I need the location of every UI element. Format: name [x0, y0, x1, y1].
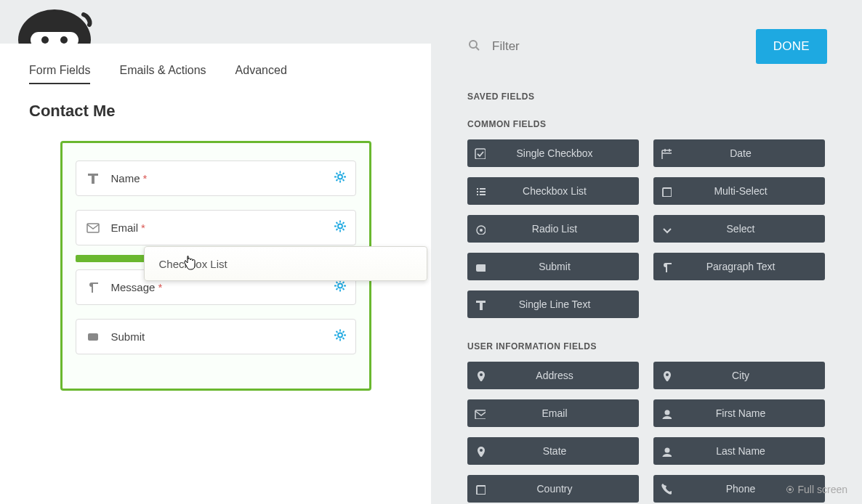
userinfo-fields-grid: AddressCityEmailFirst NameStateLast Name…: [467, 362, 827, 503]
field-palette-panel: DONE SAVED FIELDS COMMON FIELDS Single C…: [431, 0, 862, 504]
gear-icon[interactable]: [334, 279, 347, 296]
field-chip-single-checkbox[interactable]: Single Checkbox: [467, 139, 639, 167]
field-chip-radio-list[interactable]: Radio List: [467, 215, 639, 243]
field-chip-single-line-text[interactable]: Single Line Text: [467, 290, 639, 318]
user-icon: [653, 446, 678, 457]
target-icon: [786, 486, 794, 493]
tab-form-fields[interactable]: Form Fields: [29, 64, 90, 84]
search-icon: [467, 38, 483, 54]
filter-input[interactable]: [492, 39, 756, 54]
chip-label: Radio List: [492, 223, 639, 235]
done-button[interactable]: DONE: [756, 29, 827, 64]
field-label: Submit: [111, 330, 145, 343]
section-common-fields: COMMON FIELDS: [467, 119, 827, 129]
field-name[interactable]: Name*: [76, 160, 356, 196]
chip-label: State: [492, 445, 639, 457]
field-chip-state[interactable]: State: [467, 437, 639, 465]
field-chip-address[interactable]: Address: [467, 362, 639, 389]
gear-icon[interactable]: [334, 170, 347, 187]
field-chip-email[interactable]: Email: [467, 399, 639, 427]
fullscreen-toggle[interactable]: Full screen: [786, 484, 847, 495]
chip-label: Multi-Select: [678, 185, 825, 197]
field-chip-last-name[interactable]: Last Name: [653, 437, 825, 465]
pin-icon: [467, 370, 492, 381]
pin-icon: [653, 370, 678, 381]
pin-icon: [467, 446, 492, 457]
check-icon: [467, 148, 492, 159]
field-label: Message*: [111, 281, 163, 293]
user-icon: [653, 408, 678, 419]
text-icon: [86, 172, 100, 185]
phone-icon: [653, 484, 678, 495]
form-title: Contact Me: [29, 102, 402, 121]
button-icon: [467, 261, 492, 272]
field-chip-first-name[interactable]: First Name: [653, 399, 825, 427]
text-icon: [467, 299, 492, 310]
form-drop-zone[interactable]: Name* Email* Message* Submit Checkbox Li…: [60, 141, 371, 391]
common-fields-grid: Single CheckboxDateCheckbox ListMulti-Se…: [467, 139, 827, 318]
svg-point-14: [60, 36, 68, 44]
tab-advanced[interactable]: Advanced: [235, 64, 287, 84]
chip-label: First Name: [678, 407, 825, 419]
calendar-icon: [653, 148, 678, 159]
section-saved-fields: SAVED FIELDS: [467, 92, 827, 102]
field-chip-country[interactable]: Country: [467, 475, 639, 503]
builder-tabs: Form Fields Emails & Actions Advanced: [29, 64, 402, 84]
chevron-icon: [653, 224, 678, 235]
chip-label: Address: [492, 370, 639, 381]
chip-label: Last Name: [678, 445, 825, 457]
field-label: Email*: [111, 221, 145, 234]
tab-emails-actions[interactable]: Emails & Actions: [119, 64, 206, 84]
field-submit[interactable]: Submit: [76, 319, 356, 354]
chip-label: Email: [492, 407, 639, 419]
chip-label: Single Checkbox: [492, 147, 639, 159]
field-chip-select[interactable]: Select: [653, 215, 825, 243]
radio-icon: [467, 224, 492, 235]
chip-label: Checkbox List: [492, 185, 639, 197]
field-email[interactable]: Email*: [76, 210, 356, 245]
field-chip-submit[interactable]: Submit: [467, 253, 639, 280]
list-icon: [467, 186, 492, 197]
chip-label: Paragraph Text: [678, 261, 825, 272]
chip-label: Submit: [492, 261, 639, 272]
chip-label: Country: [492, 483, 639, 495]
gear-icon[interactable]: [334, 219, 347, 236]
field-chip-paragraph-text[interactable]: Paragraph Text: [653, 253, 825, 280]
square-icon: [467, 484, 492, 495]
chip-label: Date: [678, 147, 825, 159]
field-label: Name*: [111, 172, 148, 184]
ninja-logo: [15, 0, 94, 44]
chip-label: Single Line Text: [492, 298, 639, 310]
mail-icon: [467, 408, 492, 419]
svg-point-13: [41, 36, 49, 44]
drag-ghost-checkbox-list: Checkbox List: [144, 246, 427, 281]
button-icon: [86, 330, 100, 344]
field-chip-checkbox-list[interactable]: Checkbox List: [467, 177, 639, 205]
chip-label: City: [678, 370, 825, 381]
square-icon: [653, 186, 678, 197]
section-userinfo-fields: USER INFORMATION FIELDS: [467, 341, 827, 351]
chip-label: Select: [678, 223, 825, 235]
para-icon: [653, 261, 678, 272]
paragraph-icon: [86, 281, 100, 294]
field-chip-city[interactable]: City: [653, 362, 825, 389]
gear-icon[interactable]: [334, 328, 347, 345]
form-builder-panel: Form Fields Emails & Actions Advanced Co…: [0, 44, 431, 504]
field-chip-date[interactable]: Date: [653, 139, 825, 167]
field-chip-multi-select[interactable]: Multi-Select: [653, 177, 825, 205]
mail-icon: [86, 221, 100, 235]
